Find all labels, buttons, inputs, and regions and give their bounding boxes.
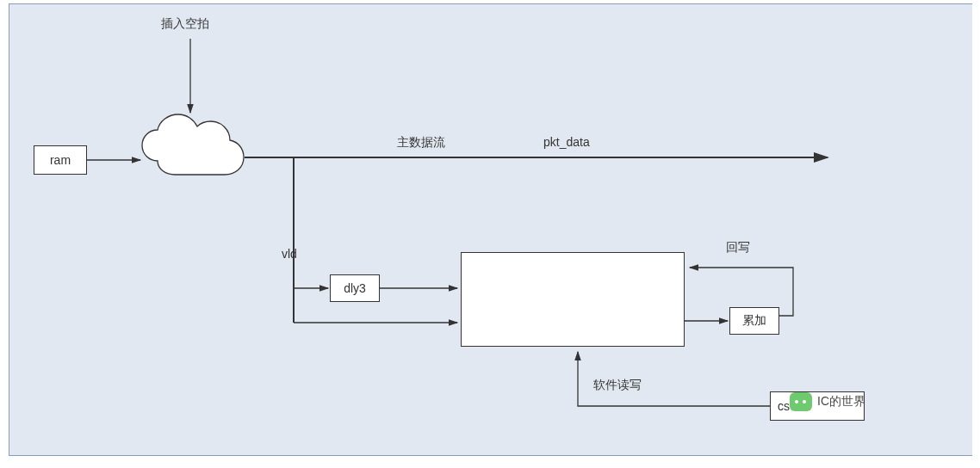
diagram-canvas: ram 插入空拍 主数据流 pkt_data vld dly3 [9, 3, 972, 456]
watermark-text: IC的世界 [817, 394, 865, 410]
label-sw-rw: 软件读写 [593, 378, 642, 393]
arrow-csr-to-ram [9, 4, 972, 455]
watermark: IC的世界 [790, 392, 865, 411]
wechat-icon [790, 392, 812, 411]
